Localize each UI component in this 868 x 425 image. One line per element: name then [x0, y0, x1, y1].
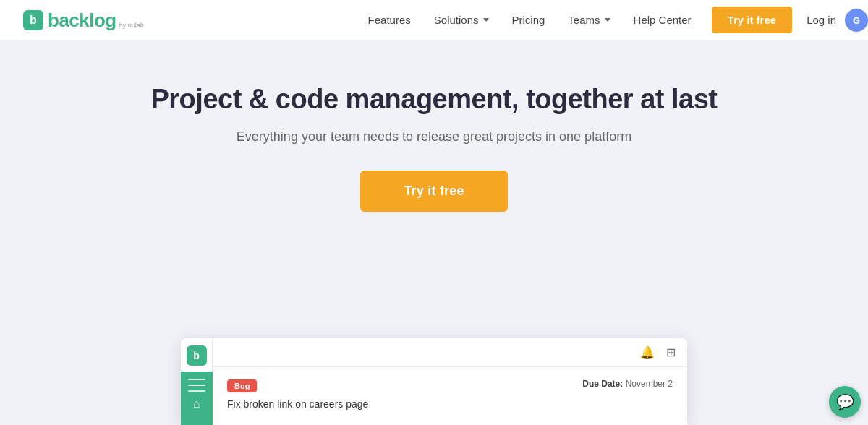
due-date-value: November 2: [626, 379, 673, 389]
header-try-free-button[interactable]: Try it free: [712, 7, 793, 33]
bug-badge: Bug: [227, 379, 257, 392]
bell-icon[interactable]: 🔔: [640, 345, 655, 359]
bar-1: [188, 379, 205, 380]
app-sidebar: b ⌂: [181, 338, 213, 425]
nav-solutions[interactable]: Solutions: [425, 8, 498, 32]
app-main: 🔔 ⊞ Bug Fix broken link on careers page …: [213, 338, 687, 425]
nav-features[interactable]: Features: [359, 8, 420, 32]
header: b backlog by nulab Features Solutions Pr…: [0, 0, 868, 40]
sidebar-menu: ⌂: [181, 372, 213, 425]
app-preview-section: b ⌂ 🔔 ⊞ Bug Fix broken: [0, 338, 868, 425]
hero-section: Project & code management, together at l…: [0, 40, 868, 241]
app-preview: b ⌂ 🔔 ⊞ Bug Fix broken: [181, 338, 687, 425]
app-content: Bug Fix broken link on careers page Due …: [213, 367, 687, 421]
teams-chevron-icon: [605, 18, 610, 22]
hero-try-free-button[interactable]: Try it free: [360, 171, 507, 212]
logo-b-letter: b: [30, 14, 37, 27]
solutions-chevron-icon: [483, 18, 489, 22]
chat-icon: 💬: [836, 393, 854, 411]
issue-title: Fix broken link on careers page: [227, 398, 368, 410]
grid-icon[interactable]: ⊞: [666, 345, 676, 359]
bar-3: [188, 390, 205, 392]
hero-title: Project & code management, together at l…: [150, 84, 717, 115]
nav-pricing[interactable]: Pricing: [503, 8, 554, 32]
due-date-area: Due Date: November 2: [582, 379, 673, 389]
due-date-label: Due Date:: [582, 379, 623, 389]
chat-bubble[interactable]: 💬: [829, 386, 861, 418]
hamburger-icon[interactable]: [188, 379, 205, 392]
logo-text: backlog: [48, 11, 116, 30]
sidebar-logo: b: [187, 345, 207, 366]
logo-subtitle: by nulab: [119, 22, 144, 29]
bar-2: [188, 385, 205, 386]
logo-badge: b: [23, 10, 43, 30]
nav-help-center[interactable]: Help Center: [625, 8, 700, 32]
main-nav: Features Solutions Pricing Teams Help Ce…: [359, 7, 845, 33]
nav-teams[interactable]: Teams: [559, 8, 618, 32]
sidebar-b-letter: b: [193, 350, 200, 361]
home-icon[interactable]: ⌂: [193, 398, 200, 411]
login-link[interactable]: Log in: [798, 8, 845, 32]
hero-subtitle: Everything your team needs to release gr…: [237, 129, 631, 145]
app-topbar: 🔔 ⊞: [213, 338, 687, 367]
logo[interactable]: b backlog by nulab: [23, 10, 144, 30]
avatar: G: [845, 9, 868, 32]
